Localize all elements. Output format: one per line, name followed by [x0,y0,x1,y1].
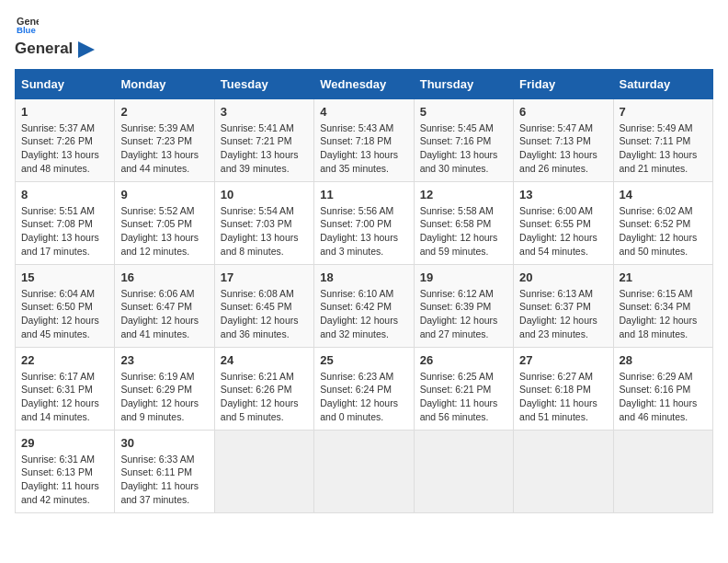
calendar-cell: 27 Sunrise: 6:27 AM Sunset: 6:18 PM Dayl… [514,347,613,430]
calendar-cell: 29 Sunrise: 6:31 AM Sunset: 6:13 PM Dayl… [16,430,115,512]
sunrise-label: Sunrise: 6:21 AM [221,371,294,382]
sunset-label: Sunset: 6:42 PM [320,301,392,312]
calendar-cell: 4 Sunrise: 5:43 AM Sunset: 7:18 PM Dayli… [314,98,414,181]
calendar-cell: 13 Sunrise: 6:00 AM Sunset: 6:55 PM Dayl… [514,181,613,264]
calendar-cell: 10 Sunrise: 5:54 AM Sunset: 7:03 PM Dayl… [214,181,313,264]
sunset-label: Sunset: 6:24 PM [320,384,392,395]
daylight-label: Daylight: 12 hours and 59 minutes. [420,232,498,257]
logo-icon: General Blue [17,15,39,37]
daylight-label: Daylight: 11 hours and 42 minutes. [21,480,99,505]
sunrise-label: Sunrise: 5:41 AM [221,122,294,133]
daylight-label: Daylight: 12 hours and 23 minutes. [519,315,597,339]
daylight-label: Daylight: 11 hours and 51 minutes. [519,397,597,422]
sunrise-label: Sunrise: 6:00 AM [519,205,593,216]
sunrise-label: Sunrise: 5:58 AM [420,205,494,216]
sunrise-label: Sunrise: 6:04 AM [21,288,95,299]
sunrise-label: Sunrise: 5:49 AM [620,122,693,133]
day-number: 8 [21,188,108,201]
sunrise-label: Sunrise: 5:52 AM [120,205,194,216]
sunrise-label: Sunrise: 6:17 AM [21,371,95,382]
day-number: 30 [120,436,208,450]
daylight-label: Daylight: 12 hours and 5 minutes. [221,397,299,422]
daylight-label: Daylight: 12 hours and 36 minutes. [221,315,299,339]
calendar-cell: 15 Sunrise: 6:04 AM Sunset: 6:50 PM Dayl… [16,264,115,347]
day-header-sunday: Sunday [16,69,115,98]
sunset-label: Sunset: 7:13 PM [519,135,591,146]
sunset-label: Sunset: 7:11 PM [620,135,691,146]
calendar-cell: 2 Sunrise: 5:39 AM Sunset: 7:23 PM Dayli… [115,98,214,181]
sunset-label: Sunset: 6:47 PM [120,301,192,312]
svg-marker-3 [78,41,95,58]
calendar-cell: 25 Sunrise: 6:23 AM Sunset: 6:24 PM Dayl… [314,347,414,430]
calendar-cell: 26 Sunrise: 6:25 AM Sunset: 6:21 PM Dayl… [414,347,513,430]
daylight-label: Daylight: 13 hours and 8 minutes. [221,232,299,257]
day-number: 17 [221,270,308,284]
sunset-label: Sunset: 6:11 PM [120,466,192,477]
daylight-label: Daylight: 13 hours and 3 minutes. [320,232,398,257]
sunset-label: Sunset: 7:21 PM [221,135,292,146]
day-number: 9 [120,188,208,201]
daylight-label: Daylight: 12 hours and 50 minutes. [620,232,698,257]
sunset-label: Sunset: 6:34 PM [620,301,691,312]
calendar-header-row: SundayMondayTuesdayWednesdayThursdayFrid… [16,69,713,98]
week-row-1: 1 Sunrise: 5:37 AM Sunset: 7:26 PM Dayli… [16,98,713,181]
daylight-label: Daylight: 12 hours and 14 minutes. [21,397,99,422]
svg-text:Blue: Blue [17,25,36,35]
calendar-cell: 12 Sunrise: 5:58 AM Sunset: 6:58 PM Dayl… [414,181,513,264]
day-number: 23 [120,353,208,367]
day-number: 29 [21,436,108,450]
daylight-label: Daylight: 13 hours and 21 minutes. [620,149,698,174]
sunset-label: Sunset: 7:03 PM [221,218,292,229]
sunset-label: Sunset: 7:00 PM [320,218,392,229]
calendar-cell: 30 Sunrise: 6:33 AM Sunset: 6:11 PM Dayl… [115,430,214,512]
day-number: 19 [420,270,507,284]
sunrise-label: Sunrise: 5:43 AM [320,122,393,133]
week-row-5: 29 Sunrise: 6:31 AM Sunset: 6:13 PM Dayl… [16,430,713,512]
calendar-cell: 3 Sunrise: 5:41 AM Sunset: 7:21 PM Dayli… [214,98,313,181]
day-number: 21 [620,270,707,284]
day-number: 14 [620,188,707,201]
sunset-label: Sunset: 7:05 PM [120,218,192,229]
sunset-label: Sunset: 6:21 PM [420,384,492,395]
day-number: 5 [420,105,507,119]
sunrise-label: Sunrise: 5:56 AM [320,205,393,216]
sunrise-label: Sunrise: 6:25 AM [420,371,494,382]
calendar-cell: 20 Sunrise: 6:13 AM Sunset: 6:37 PM Dayl… [514,264,613,347]
sunrise-label: Sunrise: 5:37 AM [21,122,95,133]
calendar-cell [314,430,414,512]
day-number: 1 [21,105,108,119]
page-header: General Blue General [15,15,713,58]
sunrise-label: Sunrise: 6:27 AM [519,371,593,382]
sunrise-label: Sunrise: 6:02 AM [620,205,693,216]
day-header-monday: Monday [115,69,214,98]
sunrise-label: Sunrise: 6:29 AM [620,371,693,382]
daylight-label: Daylight: 12 hours and 41 minutes. [120,315,199,339]
logo-arrow-icon [78,41,95,58]
day-number: 24 [221,353,308,367]
daylight-label: Daylight: 12 hours and 32 minutes. [320,315,398,339]
daylight-label: Daylight: 11 hours and 46 minutes. [620,397,698,422]
logo-text-line1: General [15,40,73,57]
day-number: 16 [120,270,208,284]
sunrise-label: Sunrise: 5:51 AM [21,205,95,216]
day-number: 13 [519,188,607,201]
calendar-cell [414,430,513,512]
day-header-wednesday: Wednesday [314,69,414,98]
sunrise-label: Sunrise: 6:15 AM [620,288,693,299]
sunrise-label: Sunrise: 6:31 AM [21,454,95,465]
sunrise-label: Sunrise: 5:39 AM [120,122,194,133]
calendar-cell: 1 Sunrise: 5:37 AM Sunset: 7:26 PM Dayli… [16,98,115,181]
sunrise-label: Sunrise: 5:45 AM [420,122,494,133]
day-number: 10 [221,188,308,201]
sunrise-label: Sunrise: 6:12 AM [420,288,494,299]
daylight-label: Daylight: 12 hours and 18 minutes. [620,315,698,339]
calendar-cell [214,430,313,512]
sunrise-label: Sunrise: 6:13 AM [519,288,593,299]
calendar-cell: 28 Sunrise: 6:29 AM Sunset: 6:16 PM Dayl… [613,347,712,430]
day-number: 6 [519,105,607,119]
sunset-label: Sunset: 6:45 PM [221,301,292,312]
daylight-label: Daylight: 11 hours and 37 minutes. [120,480,199,505]
day-number: 18 [320,270,407,284]
calendar-cell: 23 Sunrise: 6:19 AM Sunset: 6:29 PM Dayl… [115,347,214,430]
daylight-label: Daylight: 12 hours and 0 minutes. [320,397,398,422]
